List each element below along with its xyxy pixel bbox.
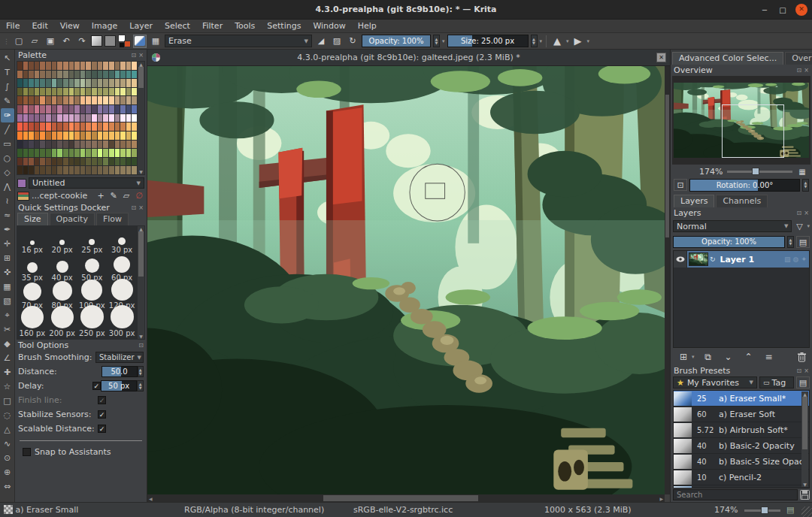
- preset-row-partial[interactable]: [674, 485, 809, 488]
- delay-spinbox[interactable]: 50 px: [101, 380, 138, 392]
- rectangle-tool-icon[interactable]: ▭: [1, 137, 14, 151]
- brush-smoothing-dropdown[interactable]: Stabilizer ▼: [95, 352, 144, 363]
- pattern-chooser[interactable]: [105, 35, 116, 47]
- preset-search-input[interactable]: [673, 489, 798, 500]
- menu-file[interactable]: File: [6, 21, 20, 31]
- move-layer-down-icon[interactable]: ⌄: [722, 350, 735, 364]
- layer-alpha-lock-icon[interactable]: ◍: [793, 255, 799, 263]
- tab-channels[interactable]: Channels: [716, 195, 768, 207]
- preset-display-mode-icon[interactable]: ▤: [796, 376, 810, 389]
- subwindow-close-icon[interactable]: ✕: [656, 53, 666, 62]
- assistants-tool-icon[interactable]: ✚: [1, 365, 14, 379]
- layer-filter-arrow[interactable]: ▾: [807, 223, 810, 229]
- brush-size-cell[interactable]: 20 px: [47, 227, 77, 255]
- rotation-spinner[interactable]: ▲▼: [802, 179, 809, 192]
- preset-scrollbar[interactable]: ▲▼: [801, 392, 808, 487]
- size-options-arrow[interactable]: ▾: [540, 38, 543, 44]
- ellipse-tool-icon[interactable]: ○: [1, 151, 14, 165]
- brush-size-cell-partial[interactable]: [77, 338, 108, 340]
- layer-style-icon[interactable]: ✦: [801, 255, 807, 263]
- bezier-curve-tool-icon[interactable]: ≀: [1, 194, 14, 208]
- close-docker-icon[interactable]: ×: [138, 204, 144, 211]
- brush-editor-toggle[interactable]: [133, 35, 147, 48]
- redo-icon[interactable]: ↷: [75, 35, 89, 48]
- brush-size-cell[interactable]: 160 px: [17, 310, 47, 338]
- brush-size-cell[interactable]: 200 px: [47, 310, 77, 338]
- brush-size-cell[interactable]: 50 px: [77, 255, 108, 283]
- layer-opacity-spinner[interactable]: ▲▼: [787, 236, 794, 248]
- mirror-vertical-icon[interactable]: ▶: [571, 35, 585, 48]
- zoom-tool-icon[interactable]: ⊕: [1, 465, 14, 479]
- eraser-mode-icon[interactable]: ◢: [314, 35, 328, 48]
- menu-view[interactable]: View: [60, 21, 80, 31]
- maximize-button[interactable]: □: [777, 6, 788, 14]
- rect-select-tool-icon[interactable]: □: [1, 394, 14, 408]
- brush-size-cell-partial[interactable]: [47, 338, 77, 340]
- menu-edit[interactable]: Edit: [32, 21, 47, 31]
- polygon-select-tool-icon[interactable]: △: [1, 422, 14, 437]
- float-docker-icon[interactable]: ⊡: [797, 210, 802, 216]
- tab-advanced-color-selector[interactable]: Advanced Color Selec...: [672, 52, 783, 65]
- text-tool-icon[interactable]: T: [1, 65, 14, 80]
- duplicate-layer-icon[interactable]: ⧉: [701, 350, 715, 364]
- import-palette-icon[interactable]: ▱: [121, 189, 132, 203]
- edit-palette-icon[interactable]: ✎: [108, 189, 119, 203]
- float-docker-icon[interactable]: ⊡: [797, 367, 802, 374]
- color-sampler-tool-icon[interactable]: ⌖: [1, 308, 14, 322]
- workspace-chooser-icon[interactable]: ▦: [149, 35, 162, 48]
- scalable-distance-checkbox[interactable]: ✓: [98, 425, 106, 433]
- menu-layer[interactable]: Layer: [129, 21, 153, 31]
- line-tool-icon[interactable]: ╱: [1, 122, 14, 137]
- preset-row[interactable]: 25 a) Eraser Small*: [674, 391, 809, 407]
- menu-window[interactable]: Window: [313, 21, 345, 31]
- layer-props-icon[interactable]: ≡: [762, 350, 776, 364]
- measure-tool-icon[interactable]: ∠: [1, 351, 14, 365]
- opacity-slider[interactable]: Opacity: 100%: [362, 35, 431, 47]
- gradient-tool-icon[interactable]: ▧: [1, 294, 14, 308]
- resize-grip[interactable]: [801, 506, 812, 517]
- filter-layers-icon[interactable]: ▽: [794, 219, 804, 233]
- layer-properties-icon[interactable]: ▤: [796, 236, 810, 248]
- distance-spinbox[interactable]: 50.0: [102, 366, 138, 377]
- remove-swatch-icon[interactable]: ∅: [134, 189, 144, 203]
- preset-row[interactable]: 40 b) Basic-2 Opacity: [674, 438, 809, 454]
- fg-bg-colors[interactable]: [118, 35, 131, 47]
- scroll-right-icon[interactable]: ▶: [659, 496, 663, 501]
- brush-size-scrollbar[interactable]: ▲▼: [138, 226, 144, 339]
- add-swatch-icon[interactable]: +: [95, 189, 106, 203]
- brush-size-cell-partial[interactable]: [17, 338, 47, 340]
- multibrush-tool-icon[interactable]: ✛: [1, 237, 14, 251]
- polygon-tool-icon[interactable]: ◇: [1, 165, 14, 180]
- preset-row[interactable]: 60 a) Eraser Soft: [674, 407, 809, 422]
- brush-size-cell-partial[interactable]: [107, 338, 137, 340]
- brush-size-cell[interactable]: 16 px: [17, 227, 47, 255]
- rotation-spinbox[interactable]: Rotation: 0.00°: [689, 179, 800, 192]
- scroll-left-icon[interactable]: ◀: [149, 496, 153, 501]
- fill-tool-icon[interactable]: ◆: [1, 337, 14, 351]
- close-docker-icon[interactable]: ×: [804, 67, 809, 74]
- move-tool-icon[interactable]: ✜: [1, 265, 14, 280]
- layer-visibility-cell[interactable]: [674, 251, 687, 268]
- edit-shapes-tool-icon[interactable]: ✎: [1, 94, 14, 108]
- brush-size-cell[interactable]: 30 px: [107, 227, 137, 255]
- preserve-alpha-icon[interactable]: ▨: [330, 35, 344, 48]
- layer-row[interactable]: ↻ Layer 1 ▨◍✦: [674, 251, 809, 268]
- close-docker-icon[interactable]: ×: [804, 367, 809, 374]
- brush-size-cell[interactable]: 40 px: [47, 255, 77, 283]
- save-document-icon[interactable]: ▣: [44, 35, 57, 48]
- palette-grid[interactable]: [17, 62, 137, 174]
- tab-layers[interactable]: Layers: [674, 195, 714, 207]
- pan-tool-icon[interactable]: ⇔: [1, 479, 14, 494]
- snap-to-assistants-checkbox[interactable]: ✓: [23, 448, 31, 456]
- menu-tools[interactable]: Tools: [235, 21, 255, 31]
- add-layer-icon[interactable]: ⊞: [677, 350, 690, 364]
- similar-select-tool-icon[interactable]: ⊙: [1, 451, 14, 465]
- menu-help[interactable]: Help: [358, 21, 377, 31]
- preset-row[interactable]: 10 c) Pencil-2: [674, 470, 809, 485]
- float-docker-icon[interactable]: ⊡: [132, 52, 137, 59]
- mirror-vertical-arrow[interactable]: ▾: [587, 38, 590, 44]
- close-button[interactable]: ✕: [795, 4, 807, 16]
- minimize-button[interactable]: −: [759, 6, 770, 14]
- layer-name[interactable]: Layer 1: [720, 255, 755, 265]
- save-preset-icon[interactable]: [800, 490, 810, 500]
